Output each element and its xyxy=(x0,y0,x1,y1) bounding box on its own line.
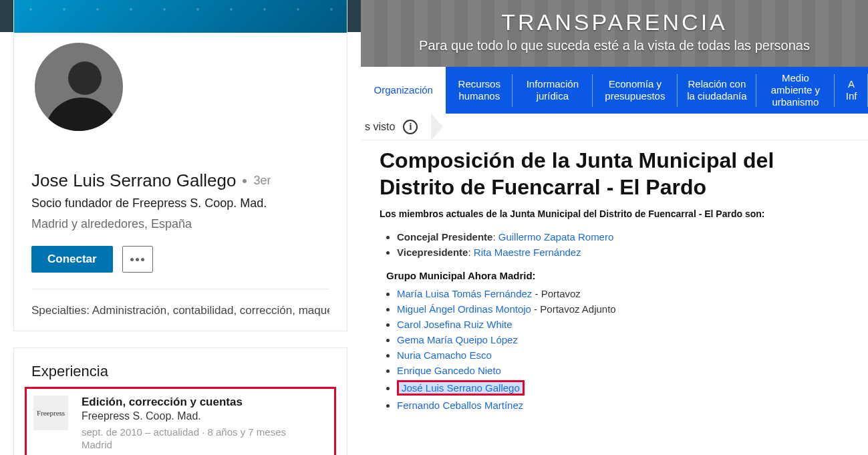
experience-card: Experiencia Freepress Edición, correcció… xyxy=(13,347,347,455)
member-link[interactable]: Gema María Queipo López xyxy=(397,334,518,345)
experience-dates: sept. de 2010 – actualidad · 8 años y 7 … xyxy=(82,426,325,438)
tab-more[interactable]: A Inf xyxy=(835,67,868,114)
role-label: Vicepresidente xyxy=(397,247,468,258)
tab-recursos-humanos[interactable]: Recursos humanos xyxy=(446,67,513,114)
role-list: Concejal Presidente: Guillermo Zapata Ro… xyxy=(380,231,849,258)
list-item: Gema María Queipo López xyxy=(397,334,849,345)
profile-card: Jose Luis Serrano Gallego 3er Socio fund… xyxy=(13,0,347,331)
connection-degree: 3er xyxy=(253,174,271,188)
role-label: Concejal Presidente xyxy=(397,231,492,243)
profile-location: Madrid y alrededores, España xyxy=(31,217,329,231)
experience-company: Freepress S. Coop. Mad. xyxy=(82,410,325,422)
experience-location: Madrid xyxy=(82,439,325,450)
list-item: José Luis Serrano Gallego xyxy=(397,380,849,396)
list-item: María Luisa Tomás Fernández - Portavoz xyxy=(397,288,849,299)
list-item: Miguel Ángel Ordinas Montojo - Portavoz … xyxy=(397,303,849,315)
member-link[interactable]: Fernando Ceballos Martínez xyxy=(397,400,523,411)
avatar-head-icon xyxy=(68,61,102,95)
tab-relacion-ciudadania[interactable]: Relación con la ciudadanía xyxy=(678,67,756,114)
hero-banner: TRANSPARENCIA Para que todo lo que suced… xyxy=(361,0,868,67)
specialties-text: Specialties: Administración, contabilida… xyxy=(31,304,329,317)
connect-button[interactable]: Conectar xyxy=(31,246,113,273)
member-link[interactable]: Nuria Camacho Esco xyxy=(397,349,492,361)
info-icon[interactable]: i xyxy=(403,120,418,134)
highlighted-member: José Luis Serrano Gallego xyxy=(397,380,525,396)
madrid-panel: TRANSPARENCIA Para que todo lo que suced… xyxy=(361,0,868,455)
dot-icon xyxy=(130,258,134,261)
member-link[interactable]: Miguel Ángel Ordinas Montojo xyxy=(397,303,531,315)
experience-heading: Experiencia xyxy=(31,363,329,380)
tab-organizacion[interactable]: Organización xyxy=(361,67,446,114)
tab-economia-presupuestos[interactable]: Economía y presupuestos xyxy=(593,67,678,114)
member-link[interactable]: María Luisa Tomás Fernández xyxy=(397,288,532,299)
list-item: Nuria Camacho Esco xyxy=(397,349,849,361)
hero-title: TRANSPARENCIA xyxy=(501,9,728,35)
role-link[interactable]: Rita Maestre Fernández xyxy=(474,247,581,258)
member-suffix: - Portavoz xyxy=(532,288,581,299)
dot-icon xyxy=(141,258,144,261)
avatar[interactable] xyxy=(32,40,126,134)
role-item: Concejal Presidente: Guillermo Zapata Ro… xyxy=(397,231,849,243)
member-suffix: - Portavoz Adjunto xyxy=(531,303,616,315)
page-title: Composición de la Junta Municipal del Di… xyxy=(380,147,849,200)
name-line: Jose Luis Serrano Gallego 3er xyxy=(31,170,329,191)
role-item: Vicepresidente: Rita Maestre Fernández xyxy=(397,247,849,258)
intro-text: Los miembros actuales de la Junta Munici… xyxy=(380,208,849,219)
group-title: Grupo Municipal Ahora Madrid: xyxy=(386,270,849,281)
experience-item[interactable]: Freepress Edición, corrección y cuentas … xyxy=(25,387,336,455)
role-link[interactable]: Guillermo Zapata Romero xyxy=(498,231,614,243)
member-link[interactable]: José Luis Serrano Gallego xyxy=(402,382,520,394)
list-item: Enrique Gancedo Nieto xyxy=(397,365,849,376)
linkedin-panel: in ⌂ Inicio Jose Luis Serrano Gallego 3e… xyxy=(0,0,361,455)
list-item: Fernando Ceballos Martínez xyxy=(397,400,849,411)
page-content: Composición de la Junta Municipal del Di… xyxy=(361,147,868,411)
profile-name: Jose Luis Serrano Gallego xyxy=(31,170,236,191)
breadcrumb: s visto i xyxy=(361,114,868,140)
profile-banner xyxy=(14,0,347,33)
hero-subtitle: Para que todo lo que suceda esté a la vi… xyxy=(419,38,810,53)
more-button[interactable] xyxy=(122,246,153,273)
tab-medio-ambiente-urbanismo[interactable]: Medio ambiente y urbanismo xyxy=(756,67,835,114)
tab-informacion-juridica[interactable]: Información jurídica xyxy=(513,67,593,114)
breadcrumb-current: s visto xyxy=(365,121,395,133)
dot-icon xyxy=(136,258,139,261)
subnav: Organización Recursos humanos Informació… xyxy=(361,67,868,114)
profile-headline: Socio fundador de Freepress S. Coop. Mad… xyxy=(31,196,329,210)
company-logo: Freepress xyxy=(33,396,68,430)
member-list: María Luisa Tomás Fernández - Portavoz M… xyxy=(380,288,849,411)
list-item: Carol Josefina Ruiz White xyxy=(397,319,849,330)
member-link[interactable]: Enrique Gancedo Nieto xyxy=(397,365,501,376)
dot-icon xyxy=(243,179,247,183)
member-link[interactable]: Carol Josefina Ruiz White xyxy=(397,319,513,330)
experience-role: Edición, corrección y cuentas xyxy=(82,396,325,409)
